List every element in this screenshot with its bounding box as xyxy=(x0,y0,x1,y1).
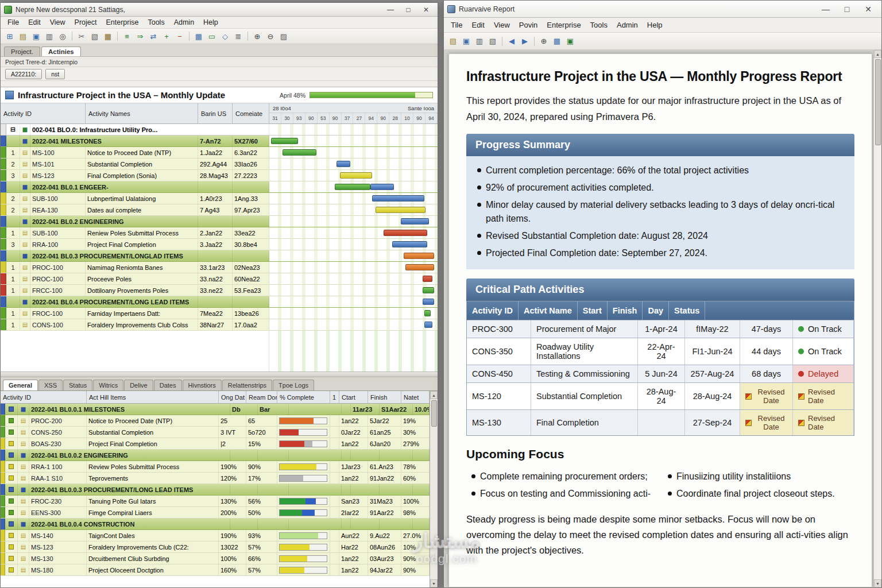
close-button[interactable]: ✕ xyxy=(418,5,434,15)
gantt-timeline-cell[interactable] xyxy=(269,147,438,158)
menu-item-admin[interactable]: Admin xyxy=(169,17,199,28)
gantt-bar[interactable] xyxy=(384,230,427,236)
filter-button-a222110[interactable]: A222110: xyxy=(5,69,42,79)
gantt-activity-row[interactable]: 2▤MS-101Substantial Completion292.Ag4433… xyxy=(1,158,438,170)
column-header-finish[interactable]: Finish xyxy=(368,391,401,403)
gantt-activity-row[interactable]: 2▤REA-130Dates aul complete7 Ag4397.Apr2… xyxy=(1,204,438,216)
panel-splitter[interactable] xyxy=(1,372,438,377)
gantt-bar[interactable] xyxy=(376,207,426,213)
scroll-up-icon[interactable]: ▲ xyxy=(874,50,881,58)
gantt-timeline-cell[interactable] xyxy=(269,273,438,284)
gantt-bar[interactable] xyxy=(271,138,298,144)
details-activity-row[interactable]: ▤CONS-250Substantial Completion3 IVT5o72… xyxy=(1,427,430,438)
menu-item-help[interactable]: Help xyxy=(199,17,223,28)
level-icon[interactable]: ⇒ xyxy=(134,30,146,42)
open-report-icon[interactable]: ▤ xyxy=(447,36,459,47)
gantt-activity-row[interactable]: 1▤SUB-100Reniew Poles Submittal Process2… xyxy=(1,227,438,239)
details-activity-row[interactable]: ▤MS-140TaignCont Dales190%93%Aun229.Au22… xyxy=(1,530,430,541)
gantt-timeline-cell[interactable] xyxy=(269,158,438,169)
details-tab-dates[interactable]: Dates xyxy=(154,380,182,390)
gantt-root-row[interactable]: ⊟▦002-041 BLO.0: Infrastructure Utility … xyxy=(1,124,438,136)
network-icon[interactable]: ◇ xyxy=(219,30,231,42)
scrollbar-thumb[interactable] xyxy=(431,400,437,427)
gantt-bar[interactable] xyxy=(340,172,372,179)
menu-item-help[interactable]: Help xyxy=(643,20,667,30)
gantt-activity-row[interactable]: 3▤RRA-100Project Final Completion3.Jaa22… xyxy=(1,239,438,250)
details-tab-tpoe-logs[interactable]: Tpoe Logs xyxy=(273,380,314,390)
gantt-bar[interactable] xyxy=(423,276,433,282)
delete-activity-icon[interactable]: − xyxy=(173,30,186,42)
zoom-out-icon[interactable]: ⊖ xyxy=(264,30,277,42)
gantt-bar[interactable] xyxy=(405,264,434,270)
maximize-button[interactable]: □ xyxy=(400,5,416,15)
gantt-timeline-cell[interactable] xyxy=(269,308,438,319)
details-group-row[interactable]: ▦2022-041 BL0.0.1 MILESTONESDbBar11ar23S… xyxy=(1,404,430,415)
tab-actinies[interactable]: Actinies xyxy=(41,47,81,56)
link-icon[interactable]: ⇄ xyxy=(147,30,160,42)
details-tab-relattenstrips[interactable]: Relattenstrips xyxy=(222,380,272,390)
gantt-bar[interactable] xyxy=(392,241,428,247)
column-header-1[interactable]: 1 xyxy=(330,391,339,403)
next-page-icon[interactable]: ▶ xyxy=(519,36,531,47)
details-tab-witrics[interactable]: Witrics xyxy=(93,380,123,390)
minimize-button[interactable]: — xyxy=(382,5,399,15)
gantt-bar[interactable] xyxy=(404,253,434,259)
details-tab-xss[interactable]: XSS xyxy=(38,380,63,390)
gantt-activity-row[interactable]: 1▤FRCC-100Dottiloany Provements Poles33.… xyxy=(1,285,438,296)
details-activity-row[interactable]: ▤RRA-1 100Review Poles Submittal Process… xyxy=(1,461,430,473)
resources-icon[interactable]: ≣ xyxy=(232,30,245,42)
menu-item-admin[interactable]: Admin xyxy=(612,20,643,30)
search-icon[interactable]: ◎ xyxy=(56,30,69,42)
menu-item-enterprise[interactable]: Enterprise xyxy=(101,17,143,28)
gantt-bar[interactable] xyxy=(336,161,350,167)
column-header-comeiate[interactable]: Comeiate xyxy=(233,103,269,123)
gantt-activity-row[interactable]: 1▤FROC-100Farniday Impertaens Datt:7Mea2… xyxy=(1,308,438,319)
details-activity-row[interactable]: ▤FROC-230Tanuing Polte Gul Iatars130%56%… xyxy=(1,496,430,507)
layout-icon[interactable]: ▦ xyxy=(551,36,563,47)
menu-item-povin[interactable]: Povin xyxy=(514,20,543,30)
column-header-act-hill-items[interactable]: Act Hill Items xyxy=(87,391,219,403)
new-icon[interactable]: ⊞ xyxy=(3,30,16,42)
scrollbar-thumb[interactable] xyxy=(875,59,881,145)
gantt-bar[interactable] xyxy=(401,218,430,225)
details-activity-row[interactable]: ▤MS-123Foraldery Improvements Club (C22:… xyxy=(1,541,430,553)
details-activity-row[interactable]: ▤RAA-1 S10Teprovements120%17%1an2291Jan2… xyxy=(1,473,430,484)
gantt-timeline-cell[interactable] xyxy=(269,262,438,273)
gantt-bar[interactable] xyxy=(423,299,435,305)
gantt-bar[interactable] xyxy=(370,184,394,190)
prev-page-icon[interactable]: ◀ xyxy=(505,36,518,47)
menu-item-project[interactable]: Project xyxy=(70,17,102,28)
publish-icon[interactable]: ▣ xyxy=(564,36,577,47)
menu-item-tools[interactable]: Tools xyxy=(586,20,612,30)
gantt-bar[interactable] xyxy=(423,287,435,293)
details-tab-hivnstiors[interactable]: Hivnstiors xyxy=(183,380,222,390)
column-header-activity-id[interactable]: Activity ID xyxy=(1,103,86,123)
column-header-ctart[interactable]: Ctart xyxy=(339,391,368,403)
zoom-icon[interactable]: ⊕ xyxy=(537,36,550,47)
scroll-down-icon[interactable]: ▼ xyxy=(430,579,438,587)
save-report-icon[interactable]: ▣ xyxy=(460,36,473,47)
gantt-activity-row[interactable]: 1▤CONS-100Foraldery Improvements Club Co… xyxy=(1,319,438,331)
maximize-button[interactable]: □ xyxy=(837,3,857,16)
cut-icon[interactable]: ✂ xyxy=(75,30,88,42)
column-header-complete[interactable]: % Complete xyxy=(277,391,330,403)
copy-report-icon[interactable]: ▧ xyxy=(486,36,499,47)
gantt-group-row[interactable]: ▦2022-041 BL0.3 PROCUREMENT/LONGLAD ITEM… xyxy=(1,250,438,262)
gantt-group-row[interactable]: ▦2022-041 BL0.4 PROCUREMENT/LONG LEAD IT… xyxy=(1,296,438,308)
minimize-button[interactable]: — xyxy=(816,3,835,16)
details-activity-row[interactable]: ▤MS-180Project Oloceent Doctgtion160%57%… xyxy=(1,564,430,576)
gantt-bar[interactable] xyxy=(283,149,316,156)
gantt-bar[interactable] xyxy=(424,310,431,316)
menu-item-view[interactable]: View xyxy=(45,17,70,28)
gantt-timeline-cell[interactable] xyxy=(269,239,438,250)
gantt-group-row[interactable]: ▦2022-041 MILESTONES7-An725X27/60 xyxy=(1,136,438,147)
gantt-timeline-cell[interactable] xyxy=(269,181,438,192)
gantt-timeline-cell[interactable] xyxy=(269,170,438,181)
column-header-natet[interactable]: Natet xyxy=(401,391,430,403)
close-button[interactable]: ✕ xyxy=(858,3,878,16)
zoom-in-icon[interactable]: ⊕ xyxy=(251,30,264,42)
gantt-timeline-cell[interactable] xyxy=(269,319,438,330)
gantt-activity-row[interactable]: 1▤PROC-100Namimag Reniomta Banes33.1ar23… xyxy=(1,262,438,273)
gantt-icon[interactable]: ▭ xyxy=(206,30,218,42)
gantt-timeline-cell[interactable] xyxy=(269,216,438,227)
